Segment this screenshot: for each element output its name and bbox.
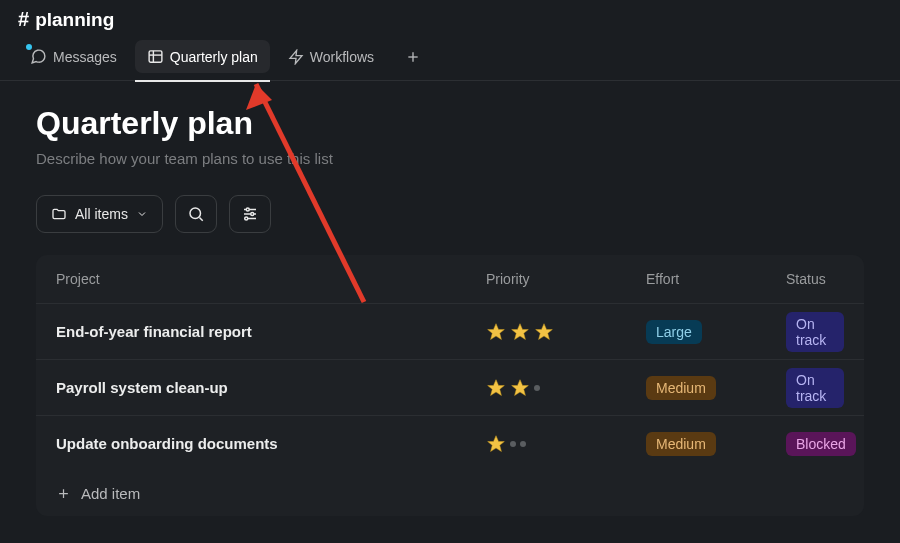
tab-bar: Messages Quarterly plan Workflows (0, 33, 900, 81)
cell-effort[interactable]: Medium (646, 376, 786, 400)
status-chip: Blocked (786, 432, 856, 456)
cell-project[interactable]: Update onboarding documents (56, 435, 486, 452)
star-empty-icon (534, 385, 540, 391)
star-icon (510, 378, 530, 398)
svg-marker-15 (512, 323, 529, 339)
table-row[interactable]: Update onboarding documentsMediumBlocked (36, 415, 864, 471)
cell-priority[interactable] (486, 322, 646, 342)
svg-marker-14 (488, 323, 505, 339)
channel-name[interactable]: planning (35, 9, 114, 31)
table-row[interactable]: End-of-year financial reportLargeOn trac… (36, 303, 864, 359)
tab-quarterly-plan[interactable]: Quarterly plan (135, 40, 270, 73)
tab-workflows[interactable]: Workflows (276, 41, 386, 73)
messages-icon (30, 48, 47, 65)
svg-line-7 (199, 217, 202, 220)
star-icon (486, 322, 506, 342)
view-filter-label: All items (75, 206, 128, 222)
col-status[interactable]: Status (786, 271, 844, 287)
tab-label: Messages (53, 49, 117, 65)
svg-point-9 (246, 208, 249, 211)
svg-marker-18 (512, 379, 529, 395)
star-empty-icon (510, 441, 516, 447)
channel-hash-icon: # (18, 8, 29, 31)
cell-project[interactable]: Payroll system clean-up (56, 379, 486, 396)
svg-marker-3 (290, 50, 302, 63)
col-priority[interactable]: Priority (486, 271, 646, 287)
cell-status[interactable]: On track (786, 368, 844, 408)
list-table: Project Priority Effort Status End-of-ye… (36, 255, 864, 516)
cell-project[interactable]: End-of-year financial report (56, 323, 486, 340)
star-icon (534, 322, 554, 342)
star-icon (486, 434, 506, 454)
tab-label: Workflows (310, 49, 374, 65)
chevron-down-icon (136, 208, 148, 220)
status-chip: On track (786, 312, 844, 352)
cell-status[interactable]: Blocked (786, 432, 856, 456)
svg-point-6 (190, 208, 201, 219)
effort-chip: Large (646, 320, 702, 344)
add-tab-button[interactable] (398, 42, 428, 72)
table-row[interactable]: Payroll system clean-upMediumOn track (36, 359, 864, 415)
filter-button[interactable] (229, 195, 271, 233)
svg-rect-0 (149, 51, 162, 62)
col-effort[interactable]: Effort (646, 271, 786, 287)
plus-icon (56, 486, 71, 501)
effort-chip: Medium (646, 432, 716, 456)
svg-marker-16 (536, 323, 553, 339)
search-icon (187, 205, 205, 223)
svg-point-11 (251, 213, 254, 216)
filter-icon (241, 205, 259, 223)
add-item-button[interactable]: Add item (36, 471, 864, 516)
view-filter-button[interactable]: All items (36, 195, 163, 233)
svg-marker-17 (488, 379, 505, 395)
page-title: Quarterly plan (36, 105, 864, 142)
add-item-label: Add item (81, 485, 140, 502)
star-empty-icon (520, 441, 526, 447)
cell-status[interactable]: On track (786, 312, 844, 352)
page-subtitle[interactable]: Describe how your team plans to use this… (36, 150, 864, 167)
list-header-row: Project Priority Effort Status (36, 255, 864, 303)
list-icon (147, 48, 164, 65)
status-chip: On track (786, 368, 844, 408)
bolt-icon (288, 49, 304, 65)
effort-chip: Medium (646, 376, 716, 400)
search-button[interactable] (175, 195, 217, 233)
svg-point-13 (245, 217, 248, 220)
list-toolbar: All items (36, 195, 864, 233)
star-icon (486, 378, 506, 398)
folder-icon (51, 206, 67, 222)
tab-label: Quarterly plan (170, 49, 258, 65)
col-project[interactable]: Project (56, 271, 486, 287)
unread-dot-icon (26, 44, 32, 50)
cell-priority[interactable] (486, 378, 646, 398)
cell-effort[interactable]: Large (646, 320, 786, 344)
svg-marker-19 (488, 435, 505, 451)
star-icon (510, 322, 530, 342)
tab-messages[interactable]: Messages (18, 40, 129, 73)
cell-priority[interactable] (486, 434, 646, 454)
cell-effort[interactable]: Medium (646, 432, 786, 456)
